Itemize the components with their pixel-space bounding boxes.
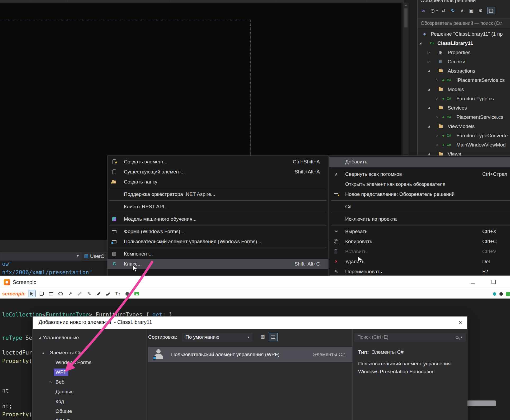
scrollbar-up-icon[interactable]: ▴ — [403, 3, 409, 6]
category-wpf[interactable]: WPF — [33, 369, 147, 376]
menu-item-вырезать[interactable]: ✂ВырезатьCtrl+X — [329, 226, 510, 237]
expander-collapsed-icon[interactable]: ▷ — [428, 57, 430, 66]
menu-item-вставить[interactable]: ВставитьCtrl+V — [329, 247, 510, 257]
tree-item-furnituretype.cs[interactable]: ▷+C#FurnitureType.cs — [418, 94, 510, 103]
menu-item-создать-папку[interactable]: Создать папку — [107, 177, 328, 187]
image-tool-icon[interactable] — [133, 290, 140, 297]
line-tool-icon[interactable] — [76, 290, 83, 297]
menu-item-удалить[interactable]: ×УдалитьDel — [329, 257, 510, 267]
crop-tool-icon[interactable] — [38, 290, 45, 297]
refresh-icon[interactable]: ↻ — [450, 8, 456, 13]
ellipse-tool-icon[interactable] — [57, 290, 64, 297]
tree-item-placementservice.cs[interactable]: ▷+C#PlacementService.cs — [418, 112, 510, 122]
scrollbar-thumb[interactable] — [404, 8, 408, 27]
types-dropdown[interactable] — [0, 253, 81, 260]
dock-icon[interactable]: ◫ — [487, 7, 495, 14]
properties-wrench-icon[interactable]: ⚙ — [478, 8, 483, 13]
expander-collapsed-icon[interactable]: ▷ — [436, 94, 438, 103]
minimize-icon[interactable] — [471, 281, 475, 284]
list-view-button[interactable] — [269, 333, 278, 341]
category-веб[interactable]: ▷Веб — [33, 378, 147, 386]
tree-item-properties[interactable]: ▷⚙Properties — [418, 48, 510, 57]
tree-item-classlibrary11[interactable]: ◢C#ClassLibrary11 — [418, 39, 510, 48]
menu-item-копировать[interactable]: КопироватьCtrl+C — [329, 237, 510, 247]
category-код[interactable]: Код — [33, 398, 147, 405]
expander-collapsed-icon[interactable]: ▷ — [436, 131, 438, 140]
category-элементы-c#[interactable]: ◢Элементы C# — [33, 349, 147, 356]
expander-expanded-icon[interactable]: ◢ — [428, 149, 430, 155]
brush-tool-icon[interactable] — [105, 290, 112, 297]
category-sql-server[interactable]: SQL Server — [33, 417, 147, 420]
menu-item-существующий-элемент...[interactable]: Существующий элемент...Shift+Alt+A — [107, 167, 328, 177]
select-tool-icon[interactable] — [29, 290, 36, 297]
sort-dropdown[interactable]: По умолчанию — [182, 333, 252, 341]
category-установленные[interactable]: ◢Установленные — [33, 334, 147, 341]
tree-item-models[interactable]: ◢Models — [418, 85, 510, 94]
menu-item-класс...[interactable]: CКласс...Shift+Alt+C — [107, 259, 328, 269]
menu-item-клиент-rest-api...[interactable]: Клиент REST API... — [107, 202, 328, 212]
scrollbar-thumb[interactable] — [467, 400, 496, 406]
image-glyph — [134, 292, 139, 295]
sync-with-active-document-icon[interactable]: ⇄ — [441, 8, 446, 13]
expander-collapsed-icon[interactable]: ▷ — [436, 75, 438, 85]
history-filter-icon[interactable]: ◷ — [430, 8, 435, 13]
expander-expanded-icon[interactable]: ◢ — [428, 122, 430, 131]
members-dropdown[interactable]: UserC — [85, 253, 104, 260]
tree-item-iplacementservice.cs[interactable]: ▷+C#IPlacementService.cs — [418, 75, 510, 85]
expander-collapsed-icon[interactable]: ▷ — [428, 48, 430, 57]
tree-item-ссылки[interactable]: ▷▦Ссылки — [418, 57, 510, 66]
menu-item-исключить-из-проекта[interactable]: Исключить из проекта — [329, 214, 510, 224]
menu-item-пользовательский-элемент-управления-windows-form[interactable]: Пользовательский элемент управления (Win… — [107, 237, 328, 247]
chevron-down-icon[interactable]: ▾ — [436, 9, 438, 12]
menu-item-git[interactable]: Git — [329, 202, 510, 212]
menu-item-новое-представление-обозреватель-решений[interactable]: Новое представление: Обозреватель решени… — [329, 189, 510, 199]
menu-item-открыть-элемент-как-корень-обозревателя[interactable]: Открыть элемент как корень обозревателя — [329, 179, 510, 189]
template-search-input[interactable]: Поиск (Ctrl+E) ▾ — [354, 333, 465, 341]
template-list-item[interactable]: Пользовательский элемент управления (WPF… — [148, 347, 352, 362]
tree-item-views[interactable]: ◢Views — [418, 149, 510, 155]
expander-expanded-icon[interactable]: ◢ — [428, 85, 430, 94]
collapse-all-icon[interactable]: ∧ — [460, 8, 465, 13]
category-windows-forms[interactable]: Windows Forms — [33, 359, 147, 366]
rectangle-tool-icon[interactable] — [48, 290, 55, 297]
menu-item-свернуть-всех-потомков[interactable]: ∧Свернуть всех потомковCtrl+Стрел — [329, 169, 510, 179]
tree-item-решение-classlibrary11-1-пр[interactable]: ◆Решение "ClassLibrary11" (1 пр — [418, 29, 510, 39]
show-all-files-icon[interactable]: ▣ — [469, 8, 474, 13]
expander-expanded-icon[interactable]: ◢ — [419, 39, 421, 48]
text-tool-icon[interactable]: T▾ — [114, 290, 121, 297]
arrow-tool-icon[interactable]: ↗ — [67, 290, 74, 297]
search-icon[interactable] — [456, 336, 458, 339]
maximize-icon[interactable] — [492, 280, 496, 284]
visual-studio-icon[interactable]: ∞ — [421, 8, 426, 13]
expander-collapsed-icon[interactable]: ▷ — [436, 112, 438, 122]
menu-item-добавить[interactable]: Добавить — [329, 157, 510, 167]
tree-item-abstractions[interactable]: ◢Abstractions — [418, 66, 510, 75]
menu-item-форма-windows-forms-...[interactable]: Форма (Windows Forms)... — [107, 226, 328, 237]
expander-expanded-icon[interactable]: ◢ — [428, 103, 430, 112]
solution-explorer-search-input[interactable]: Обозреватель решений — поиск (Ctr — [418, 18, 510, 28]
menu-item-модель-машинного-обучения...[interactable]: Модель машинного обучения... — [107, 214, 328, 224]
expander-expanded-icon[interactable]: ◢ — [42, 349, 44, 356]
tree-item-viewmodels[interactable]: ◢ViewModels — [418, 122, 510, 131]
tree-item-services[interactable]: ◢Services — [418, 103, 510, 112]
expander-expanded-icon[interactable]: ◢ — [39, 334, 41, 341]
menu-item-создать-элемент...[interactable]: Создать элемент...Ctrl+Shift+A — [107, 157, 328, 167]
category-общие[interactable]: Общие — [33, 408, 147, 415]
tree-item-mainwindowviewmod[interactable]: ▷+C#MainWindowViewMod — [418, 140, 510, 149]
close-icon[interactable] — [456, 319, 464, 327]
grid-view-button[interactable] — [258, 333, 267, 341]
menu-item-переименовать[interactable]: ✎ПереименоватьF2 — [329, 267, 510, 277]
chevron-down-icon[interactable]: ▾ — [461, 333, 462, 341]
menu-item-поддержка-оркестратора-.net-aspire...[interactable]: Поддержка оркестратора .NET Aspire... — [107, 189, 328, 199]
expander-collapsed-icon[interactable]: ▷ — [436, 140, 438, 149]
expander-collapsed-icon[interactable]: ▷ — [50, 378, 52, 386]
category-данные[interactable]: Данные — [33, 388, 147, 395]
pencil-tool-icon[interactable]: ✎ — [86, 290, 93, 297]
tree-item-furnituretypeconverte[interactable]: ▷+C#FurnitureTypeConverte — [418, 131, 510, 140]
screenpic-titlebar[interactable]: Screenpic — [0, 276, 510, 289]
dialog-titlebar[interactable]: Добавление нового элемента - ClassLibrar… — [33, 317, 467, 329]
menu-item-компонент...[interactable]: Компонент... — [107, 249, 328, 259]
marker-tool-icon[interactable] — [95, 290, 102, 297]
expander-expanded-icon[interactable]: ◢ — [428, 66, 430, 75]
blur-tool-icon[interactable] — [124, 290, 131, 297]
